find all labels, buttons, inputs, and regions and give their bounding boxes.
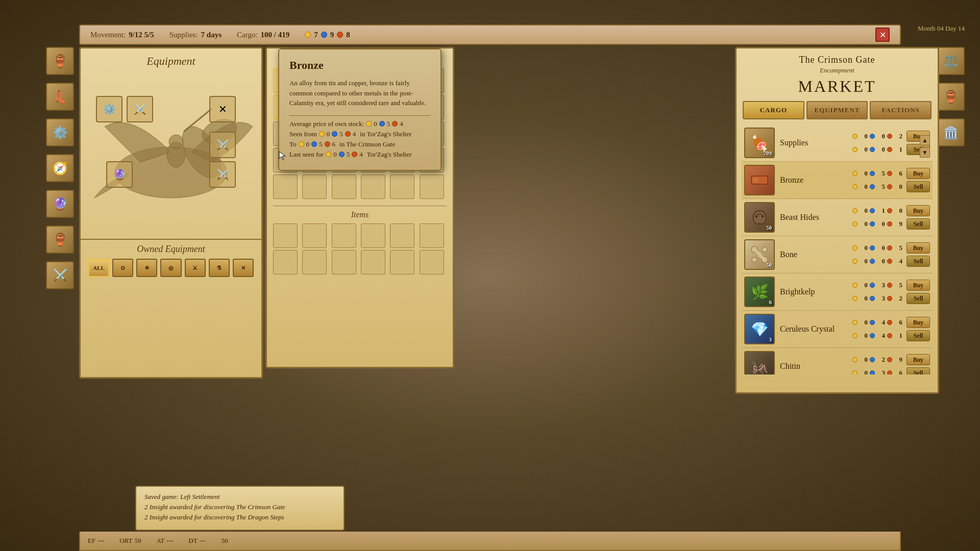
item-slot-5[interactable]: [390, 223, 414, 248]
supplies-buy-row: 0 0 2 Buy: [852, 131, 930, 142]
equip-slot-2[interactable]: ⚔️: [127, 96, 153, 122]
filter-btn-1[interactable]: ⊙: [112, 259, 133, 277]
svg-rect-7: [753, 178, 758, 183]
to-price-line: To 0 5 6 in The Crimson Gate: [289, 140, 430, 148]
filter-btn-3[interactable]: ◎: [160, 259, 181, 277]
bone-name: Bone: [780, 250, 847, 259]
to-gem-orange: [325, 141, 330, 147]
side-icon-2[interactable]: 👢: [46, 83, 74, 111]
side-icon-5[interactable]: 🔮: [46, 190, 74, 218]
market-panel: The Crimson Gate Encampment MARKET CARGO…: [735, 47, 939, 394]
equip-slot-3[interactable]: ✕: [209, 96, 236, 122]
item-slot-4[interactable]: [361, 223, 385, 248]
market-title: MARKET: [737, 77, 938, 96]
to-gem3-val: 6: [332, 140, 336, 148]
item-slot-2[interactable]: [302, 223, 327, 248]
item-slot-12[interactable]: [420, 250, 444, 274]
filter-btn-6[interactable]: ✕: [233, 259, 254, 277]
market-item-ceruleus: 💎 3 Ceruleus Crystal 0 4 6 Buy 0 4 1 Sel…: [742, 311, 933, 348]
side-icon-7[interactable]: ⚔️: [46, 261, 74, 289]
inv-slot-29[interactable]: [390, 174, 414, 199]
brightkelp-sell-btn[interactable]: Sell: [906, 293, 930, 304]
item-slot-9[interactable]: [332, 250, 356, 274]
filter-btn-2[interactable]: ☀: [136, 259, 157, 277]
chitin-buy-btn[interactable]: Buy: [906, 354, 930, 365]
beast-hides-buy-btn[interactable]: Buy: [906, 205, 930, 216]
item-slot-7[interactable]: [273, 250, 298, 274]
bronze-market-icon[interactable]: [744, 165, 775, 195]
beast-hides-icon[interactable]: 50: [744, 202, 775, 233]
equip-slot-6[interactable]: ⚔️: [209, 161, 236, 188]
brightkelp-buy-btn[interactable]: Buy: [906, 280, 930, 291]
bronze-sell-btn[interactable]: Sell: [906, 181, 930, 192]
to-label: To: [289, 140, 297, 148]
item-slot-8[interactable]: [302, 250, 327, 274]
right-icon-2[interactable]: 🏺: [937, 83, 965, 111]
bone-sell-btn[interactable]: Sell: [906, 256, 930, 267]
ceruleus-buy-btn[interactable]: Buy: [906, 317, 930, 328]
tooltip-divider: [289, 115, 430, 116]
side-icon-1[interactable]: 🏺: [46, 47, 74, 75]
beast-hides-name: Beast Hides: [780, 213, 847, 222]
inv-slot-28[interactable]: [361, 174, 385, 199]
side-icon-6[interactable]: 🏺: [46, 226, 74, 254]
tab-equipment[interactable]: EQUIPMENT: [806, 101, 868, 119]
item-slot-6[interactable]: [420, 223, 444, 248]
equip-slot-4[interactable]: ⚔️: [209, 132, 236, 158]
tab-factions[interactable]: FACTIONS: [870, 101, 932, 119]
supplies-icon[interactable]: 🍖 709: [744, 128, 775, 158]
right-icon-3[interactable]: 🏛️: [937, 118, 965, 146]
item-slot-1[interactable]: [273, 223, 298, 248]
gem-orange-icon: [337, 32, 343, 38]
log-panel: Saved game: Left Settlement 2 Insight aw…: [135, 486, 345, 531]
filter-btn-4[interactable]: ⚔: [185, 259, 206, 277]
inv-slot-30[interactable]: [420, 174, 444, 199]
items-section: Items: [273, 206, 447, 274]
ceruleus-prices: 0 4 6 Buy 0 4 1 Sell: [852, 317, 930, 341]
movement-stat: Movement: 9/12 5/5: [90, 31, 154, 39]
item-slot-10[interactable]: [361, 250, 385, 274]
seen-gem1-val: 0: [327, 130, 330, 138]
inv-slot-27[interactable]: [332, 174, 356, 199]
side-icon-3[interactable]: ⚙️: [46, 118, 74, 146]
avg-gem-yellow: [366, 121, 372, 127]
item-slot-3[interactable]: [332, 223, 356, 248]
equip-slot-5[interactable]: 🔮: [106, 161, 133, 188]
inv-slot-25[interactable]: [273, 174, 298, 199]
right-icon-1[interactable]: ⚖️: [937, 47, 965, 75]
avg-price-label: Average price of own stock:: [289, 120, 364, 128]
date-display: Month 04 Day 14: [918, 24, 965, 33]
last-gem1-val: 0: [333, 151, 337, 159]
side-icon-4[interactable]: 🧭: [46, 154, 74, 182]
bronze-buy-btn[interactable]: Buy: [906, 168, 930, 179]
brightkelp-buy-row: 0 3 5 Buy: [852, 280, 930, 291]
chitin-icon[interactable]: 🦗: [744, 351, 775, 374]
supplies-label: Supplies:: [169, 31, 198, 39]
filter-all-btn[interactable]: ALL: [88, 259, 109, 277]
filter-btn-5[interactable]: ⚗: [209, 259, 230, 277]
market-item-supplies: 🍖 709 Supplies 0 0 2 Buy 0 0 1 Sell: [742, 124, 933, 162]
tooltip-description: An alloy from tin and copper, bronze is …: [289, 78, 430, 108]
ceruleus-icon[interactable]: 💎 3: [744, 314, 775, 344]
beast-hides-sell-btn[interactable]: Sell: [906, 218, 930, 230]
bronze-sell-row: 0 5 0 Sell: [852, 181, 930, 192]
chitin-sell-btn[interactable]: Sell: [906, 367, 930, 374]
gem2-value: 9: [330, 31, 334, 39]
svg-point-8: [755, 215, 757, 217]
bone-buy-btn[interactable]: Buy: [906, 242, 930, 254]
bone-icon[interactable]: 50: [744, 239, 775, 270]
supplies-prices: 0 0 2 Buy 0 0 1 Sell: [852, 131, 930, 155]
last-gem3-val: 4: [359, 151, 363, 159]
brightkelp-icon[interactable]: 🌿 6: [744, 277, 775, 307]
inv-slot-26[interactable]: [302, 174, 327, 199]
close-button[interactable]: ✕: [875, 28, 890, 42]
tab-cargo[interactable]: CARGO: [743, 101, 804, 119]
item-slot-11[interactable]: [390, 250, 414, 274]
ceruleus-sell-btn[interactable]: Sell: [906, 330, 930, 341]
supplies-sell-gem3: [887, 147, 892, 152]
scroll-up-btn[interactable]: ▲: [920, 135, 930, 145]
market-items-list: 🍖 709 Supplies 0 0 2 Buy 0 0 1 Sell: [737, 124, 938, 374]
scroll-down-btn[interactable]: ▼: [920, 147, 930, 158]
equip-slot-1[interactable]: ⚙️: [96, 96, 122, 122]
status-bar: Movement: 9/12 5/5 Supplies: 7 days Carg…: [79, 24, 901, 45]
